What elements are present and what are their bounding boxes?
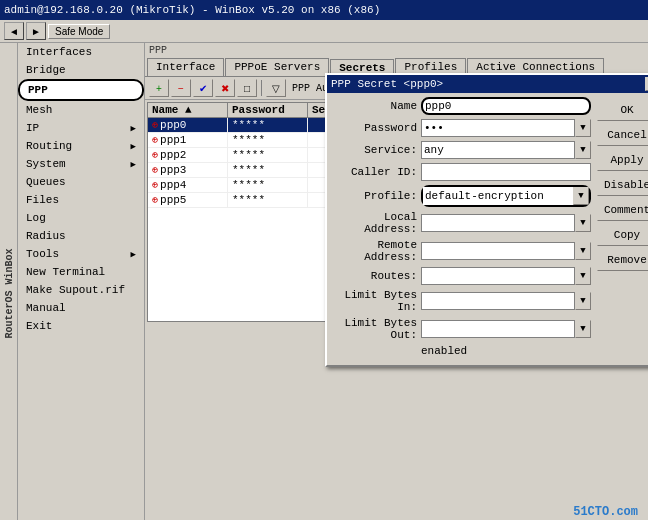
main-container: RouterOS WinBox Interfaces Bridge PPP Me… (0, 43, 648, 520)
dialog-buttons: OK Cancel Apply Disable Comment Copy Rem… (595, 97, 648, 361)
sidebar-item-ip[interactable]: IP ▶ (18, 119, 144, 137)
comment-button[interactable]: Comment (597, 199, 648, 221)
remove-button[interactable]: − (171, 79, 191, 97)
sidebar-item-routing[interactable]: Routing ▶ (18, 137, 144, 155)
limit-bytes-in-label: Limit Bytes In: (331, 289, 421, 313)
watermark: 51CTO.com 技术·博客 Blog (562, 505, 638, 520)
remote-address-arrow-btn[interactable]: ▼ (575, 242, 591, 260)
cell-password: ***** (228, 193, 308, 207)
local-address-input[interactable] (421, 214, 575, 232)
caller-id-input[interactable] (421, 163, 591, 181)
add-button[interactable]: + (149, 79, 169, 97)
sidebar-item-manual[interactable]: Manual (18, 299, 144, 317)
disable-button[interactable]: Disable (597, 174, 648, 196)
col-name: Name ▲ (148, 103, 228, 117)
limit-bytes-out-label: Limit Bytes Out: (331, 317, 421, 341)
dialog-title: PPP Secret <ppp0> (331, 78, 443, 90)
filter-button[interactable]: ▽ (266, 79, 286, 97)
limit-bytes-out-input[interactable] (421, 320, 575, 338)
remote-address-field-group: ▼ (421, 242, 591, 260)
remove-button[interactable]: Remove (597, 249, 648, 271)
profile-row: Profile: ▼ (331, 185, 591, 207)
ppp-window-label: PPP (145, 43, 648, 58)
routes-field-group: ▼ (421, 267, 591, 285)
local-address-label: Local Address: (331, 211, 421, 235)
remote-address-label: Remote Address: (331, 239, 421, 263)
col-password: Password (228, 103, 308, 117)
name-label: Name (331, 100, 421, 112)
sidebar-item-files[interactable]: Files (18, 191, 144, 209)
sidebar-item-system[interactable]: System ▶ (18, 155, 144, 173)
back-button[interactable]: ◄ (4, 22, 24, 40)
caller-id-row: Caller ID: (331, 163, 591, 181)
sidebar-item-new-terminal[interactable]: New Terminal (18, 263, 144, 281)
sidebar-item-ppp[interactable]: PPP (18, 79, 144, 101)
cell-name: ⊕ppp5 (148, 193, 228, 207)
limit-bytes-out-row: Limit Bytes Out: ▼ (331, 317, 591, 341)
password-field-group: ▼ (421, 119, 591, 137)
copy-button[interactable]: Copy (597, 224, 648, 246)
service-row: Service: ▼ (331, 141, 591, 159)
routes-label: Routes: (331, 270, 421, 282)
profile-field-group: ▼ (421, 185, 591, 207)
routes-row: Routes: ▼ (331, 267, 591, 285)
name-input[interactable] (421, 97, 591, 115)
sidebar-item-tools[interactable]: Tools ▶ (18, 245, 144, 263)
cell-password: ***** (228, 118, 308, 132)
dialog-enabled-status: enabled (421, 345, 467, 357)
limit-bytes-in-field-group: ▼ (421, 292, 591, 310)
service-field-group: ▼ (421, 141, 591, 159)
sidebar: RouterOS WinBox Interfaces Bridge PPP Me… (0, 43, 145, 520)
password-input[interactable] (421, 119, 575, 137)
dialog-form: Name Password ▼ (331, 97, 591, 361)
sidebar-item-exit[interactable]: Exit (18, 317, 144, 335)
limit-bytes-out-arrow-btn[interactable]: ▼ (575, 320, 591, 338)
ok-button[interactable]: OK (597, 99, 648, 121)
service-input[interactable] (421, 141, 575, 159)
password-label: Password (331, 122, 421, 134)
enable-button[interactable]: ✔ (193, 79, 213, 97)
local-address-field-group: ▼ (421, 214, 591, 232)
safe-mode-button[interactable]: Safe Mode (48, 24, 110, 39)
password-arrow-btn[interactable]: ▼ (575, 119, 591, 137)
cell-name: ⊕ppp4 (148, 178, 228, 192)
routes-arrow-btn[interactable]: ▼ (575, 267, 591, 285)
apply-button[interactable]: Apply (597, 149, 648, 171)
routes-input[interactable] (421, 267, 575, 285)
winbox-text: RouterOS WinBox (3, 248, 14, 338)
profile-input[interactable] (423, 187, 573, 205)
sidebar-item-log[interactable]: Log (18, 209, 144, 227)
dialog-content: Name Password ▼ (327, 93, 648, 365)
local-address-row: Local Address: ▼ (331, 211, 591, 235)
service-arrow-btn[interactable]: ▼ (575, 141, 591, 159)
limit-bytes-out-field-group: ▼ (421, 320, 591, 338)
sidebar-item-interfaces[interactable]: Interfaces (18, 43, 144, 61)
sidebar-item-make-supout[interactable]: Make Supout.rif (18, 281, 144, 299)
sidebar-item-queues[interactable]: Queues (18, 173, 144, 191)
cell-name: ⊕ppp2 (148, 148, 228, 162)
sidebar-item-radius[interactable]: Radius (18, 227, 144, 245)
remote-address-input[interactable] (421, 242, 575, 260)
forward-button[interactable]: ► (26, 22, 46, 40)
remote-address-row: Remote Address: ▼ (331, 239, 591, 263)
tab-pppoe-servers[interactable]: PPPoE Servers (225, 58, 329, 76)
dialog-title-bar: PPP Secret <ppp0> ✕ (327, 75, 648, 93)
sidebar-item-bridge[interactable]: Bridge (18, 61, 144, 79)
cell-name: ⊕ppp1 (148, 133, 228, 147)
disable-button[interactable]: ✖ (215, 79, 235, 97)
cancel-button[interactable]: Cancel (597, 124, 648, 146)
cell-password: ***** (228, 178, 308, 192)
tab-interface[interactable]: Interface (147, 58, 224, 76)
name-row: Name (331, 97, 591, 115)
cell-name: ⊕ppp3 (148, 163, 228, 177)
caller-id-label: Caller ID: (331, 166, 421, 178)
limit-bytes-in-arrow-btn[interactable]: ▼ (575, 292, 591, 310)
limit-bytes-in-input[interactable] (421, 292, 575, 310)
password-row: Password ▼ (331, 119, 591, 137)
profile-label: Profile: (331, 190, 421, 202)
local-address-arrow-btn[interactable]: ▼ (575, 214, 591, 232)
content-area: PPP Interface PPPoE Servers Secrets Prof… (145, 43, 648, 520)
sidebar-item-mesh[interactable]: Mesh (18, 101, 144, 119)
reset-button[interactable]: □ (237, 79, 257, 97)
profile-arrow-btn[interactable]: ▼ (573, 187, 589, 205)
